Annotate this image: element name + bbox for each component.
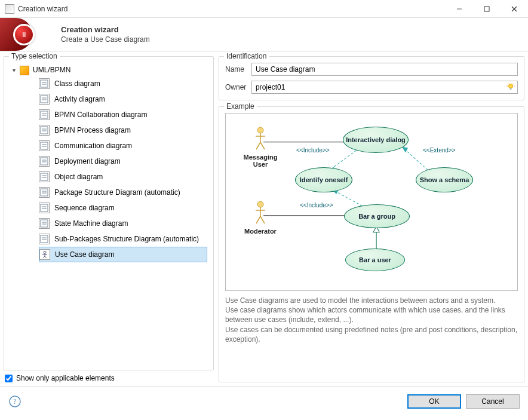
svg-line-49	[513, 84, 514, 84]
svg-rect-24	[41, 173, 48, 180]
name-input[interactable]	[251, 63, 518, 76]
tree-item-label: Activity diagram	[54, 95, 105, 103]
svg-rect-9	[41, 96, 48, 103]
svg-text:?: ?	[13, 397, 16, 406]
identification-group: Identification Name Owner	[219, 56, 524, 100]
svg-marker-54	[402, 147, 408, 153]
include-label: <<Include>>	[296, 147, 330, 154]
owner-hint-button[interactable]	[504, 81, 517, 93]
svg-rect-45	[510, 88, 512, 90]
svg-line-69	[260, 216, 265, 223]
example-group: Example	[219, 106, 524, 382]
actor-label: Moderator	[240, 228, 281, 235]
tree-item-activity-diagram[interactable]: Activity diagram	[39, 91, 207, 107]
actor-label: Messaging User	[239, 154, 282, 168]
svg-rect-21	[41, 158, 48, 165]
tree-item-label: Object diagram	[54, 173, 103, 181]
close-button[interactable]	[501, 0, 528, 18]
name-label: Name	[225, 65, 251, 73]
tree-item-label: Package Structure Diagram (automatic)	[54, 188, 180, 197]
svg-rect-1	[484, 7, 489, 11]
show-only-applicable-input[interactable]	[5, 375, 13, 382]
tree-item-label: BPMN Collaboration diagram	[54, 111, 147, 119]
type-selection-legend: Type selection	[9, 52, 60, 60]
minimize-button[interactable]	[446, 0, 473, 18]
diagram-type-icon	[39, 187, 50, 198]
svg-line-43	[45, 256, 47, 258]
tree-item-state-machine-diagram[interactable]: State Machine diagram	[39, 216, 207, 231]
tree-item-class-diagram[interactable]: Class diagram	[39, 76, 207, 91]
svg-rect-27	[41, 189, 48, 196]
svg-rect-15	[41, 127, 48, 134]
diagram-type-icon	[39, 94, 50, 105]
tree-item-communication-diagram[interactable]: Communication diagram	[39, 138, 207, 154]
diagram-type-icon	[39, 140, 50, 151]
owner-label: Owner	[225, 83, 251, 91]
diagram-type-icon	[39, 234, 50, 244]
svg-line-68	[256, 216, 260, 223]
svg-rect-12	[41, 111, 48, 118]
diagram-type-icon	[39, 78, 50, 89]
example-diagram: Messaging User Moderator Interactively d…	[225, 113, 518, 291]
tree-item-bpmn-collaboration-diagram[interactable]: BPMN Collaboration diagram	[39, 107, 207, 122]
tree-root-uml-bpmn[interactable]: ▾ UML/BPMN	[10, 64, 207, 76]
include-label: <<Include>>	[300, 202, 333, 209]
help-button[interactable]: ?	[8, 395, 22, 408]
tree-item-use-case-diagram[interactable]: Use Case diagram	[39, 247, 207, 262]
wizard-title: Creation wizard	[61, 25, 150, 34]
tree-item-deployment-diagram[interactable]: Deployment diagram	[39, 154, 207, 169]
svg-rect-36	[41, 235, 48, 243]
diagram-type-icon	[39, 171, 50, 182]
svg-line-48	[508, 84, 508, 84]
tree-item-sub-packages-structure-diagram-automatic-[interactable]: Sub-Packages Structure Diagram (automati…	[39, 231, 207, 247]
example-description: Use Case diagrams are used to model the …	[225, 296, 518, 344]
window-title: Creation wizard	[18, 5, 446, 13]
cancel-button[interactable]: Cancel	[466, 394, 520, 409]
diagram-type-icon	[39, 203, 50, 213]
wizard-subtitle: Create a Use Case diagram	[61, 35, 150, 44]
actor-moderator: Moderator	[240, 201, 281, 235]
titlebar: Creation wizard	[0, 0, 528, 18]
tree-item-bpmn-process-diagram[interactable]: BPMN Process diagram	[39, 122, 207, 138]
diagram-type-icon	[39, 156, 50, 167]
tree-collapse-icon[interactable]: ▾	[10, 67, 17, 73]
diagram-type-icon	[39, 109, 50, 120]
diagram-type-icon	[39, 125, 50, 136]
wizard-header-icon	[13, 24, 35, 45]
app-icon	[5, 4, 14, 14]
svg-rect-18	[41, 142, 48, 149]
ok-button[interactable]: OK	[407, 394, 461, 409]
tree-item-label: Deployment diagram	[54, 157, 121, 165]
svg-rect-30	[41, 204, 48, 211]
usecase-interactively-dialog: Interactively dialog	[343, 127, 409, 153]
show-only-applicable-checkbox[interactable]: Show only applicable elements	[4, 370, 214, 382]
tree-item-label: Class diagram	[54, 79, 100, 88]
svg-rect-6	[41, 80, 48, 87]
usecase-bar-group: Bar a group	[344, 204, 410, 228]
type-selection-group: Type selection ▾ UML/BPMN Class diagramA…	[4, 56, 214, 370]
svg-line-64	[260, 142, 265, 149]
wizard-header: Creation wizard Create a Use Case diagra…	[0, 18, 528, 51]
usecase-bar-user: Bar a user	[345, 249, 405, 271]
svg-line-42	[43, 256, 45, 258]
tree-item-label: Use Case diagram	[55, 250, 114, 259]
svg-point-39	[44, 252, 46, 254]
show-only-applicable-label: Show only applicable elements	[16, 374, 115, 382]
maximize-button[interactable]	[473, 0, 501, 18]
diagram-type-tree[interactable]: ▾ UML/BPMN Class diagramActivity diagram…	[9, 62, 208, 265]
tree-item-label: Sequence diagram	[54, 204, 115, 212]
tree-item-object-diagram[interactable]: Object diagram	[39, 169, 207, 185]
dialog-footer: ? OK Cancel	[0, 386, 528, 416]
diagram-type-icon	[39, 249, 50, 260]
tree-item-label: Communication diagram	[54, 142, 132, 150]
owner-input[interactable]	[252, 82, 504, 93]
extend-label: <<Extend>>	[423, 147, 456, 154]
svg-point-65	[257, 201, 263, 207]
svg-rect-5	[24, 32, 26, 37]
tree-item-sequence-diagram[interactable]: Sequence diagram	[39, 200, 207, 216]
svg-rect-33	[41, 220, 48, 227]
usecase-identify-oneself: Identify oneself	[295, 167, 352, 192]
usecase-show-schema: Show a schema	[416, 167, 473, 192]
example-legend: Example	[224, 102, 257, 111]
tree-item-package-structure-diagram-automatic-[interactable]: Package Structure Diagram (automatic)	[39, 185, 207, 200]
